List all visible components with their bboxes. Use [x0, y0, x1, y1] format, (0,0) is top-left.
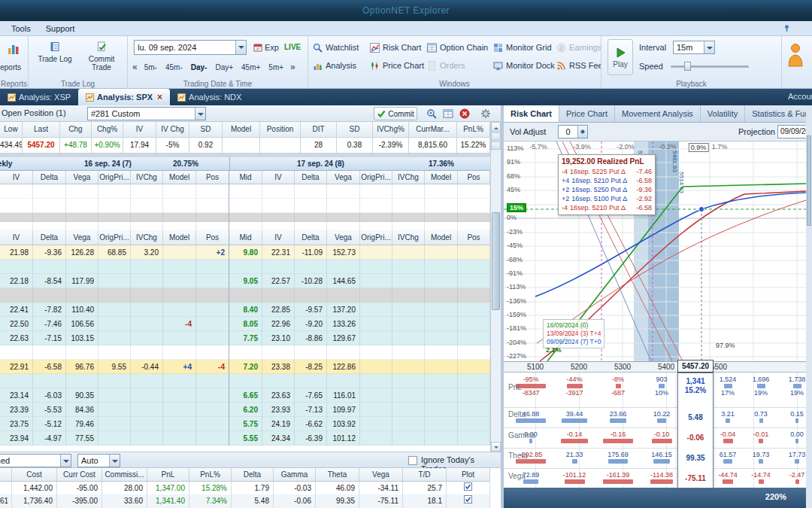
chain-cell[interactable]: 24.19	[262, 417, 295, 431]
chain-cell-mid[interactable]	[229, 345, 262, 360]
chain-cell[interactable]	[458, 431, 490, 446]
chain-cell[interactable]: 129.67	[327, 331, 360, 345]
chain-cell[interactable]: 22.41	[0, 303, 33, 317]
chain-cell[interactable]	[196, 331, 229, 345]
exp-button[interactable]: Exp	[250, 40, 283, 55]
user-profile-icon[interactable]	[786, 42, 804, 68]
chain-cell[interactable]	[425, 245, 458, 260]
chain-cell[interactable]	[360, 360, 392, 374]
chain-cell[interactable]: 22.91	[0, 360, 33, 374]
chain-cell[interactable]	[425, 184, 458, 199]
chain-cell[interactable]	[163, 345, 196, 360]
chain-cell[interactable]	[66, 345, 98, 360]
chain-cell[interactable]: -8.25	[295, 360, 327, 374]
chain-cell[interactable]	[98, 417, 131, 431]
chain-cell[interactable]: 152.73	[327, 245, 360, 260]
chain-cell[interactable]	[66, 260, 98, 274]
chain-cell[interactable]	[458, 303, 490, 317]
chain-cell[interactable]	[196, 222, 229, 231]
chain-cell[interactable]	[425, 303, 458, 317]
spinner-up-icon[interactable]	[578, 126, 587, 132]
chain-cell[interactable]	[458, 403, 490, 417]
chain-cell[interactable]	[392, 288, 425, 303]
chain-cell[interactable]	[131, 388, 163, 403]
chain-cell[interactable]	[98, 199, 131, 213]
chain-cell[interactable]	[98, 222, 131, 231]
chain-cell[interactable]	[131, 184, 163, 199]
rss-feed-button[interactable]: RSS Feed	[556, 59, 601, 72]
chain-cell[interactable]	[196, 303, 229, 317]
chain-cell[interactable]	[360, 199, 392, 213]
chain-cell[interactable]	[425, 403, 458, 417]
chain-row[interactable]: 22.63-7.15103.157.7523.10-8.86129.67	[0, 331, 490, 345]
current-price-marker[interactable]	[699, 207, 704, 212]
chain-cell-mid[interactable]: 6.65	[229, 388, 262, 403]
plot-checkbox[interactable]	[447, 494, 490, 508]
chain-cell[interactable]	[327, 345, 360, 360]
chain-cell[interactable]	[163, 431, 196, 446]
chain-cell[interactable]: 96.76	[66, 360, 98, 374]
chain-row[interactable]	[0, 213, 490, 222]
interval-select[interactable]: 15m	[673, 41, 715, 54]
chain-cell[interactable]: -7.65	[295, 388, 327, 403]
chain-cell[interactable]	[131, 417, 163, 431]
chain-cell[interactable]	[458, 417, 490, 431]
chain-cell[interactable]	[458, 274, 490, 288]
chain-cell[interactable]: 110.40	[66, 303, 98, 317]
chain-cell[interactable]	[360, 303, 392, 317]
spinner-buttons[interactable]	[577, 126, 587, 138]
chain-cell[interactable]: -4	[196, 360, 229, 374]
chain-cell[interactable]: 122.86	[327, 360, 360, 374]
risk-chart-button[interactable]: Risk Chart	[370, 41, 421, 54]
play-button[interactable]: Play	[607, 39, 633, 75]
trade-log-button[interactable]: Trade Log	[32, 41, 78, 73]
chain-cell[interactable]	[458, 213, 490, 222]
chain-cell[interactable]	[327, 222, 360, 231]
chain-cell[interactable]	[196, 260, 229, 274]
analysis-button[interactable]: Analysis	[313, 59, 356, 72]
chain-cell[interactable]	[360, 431, 392, 446]
chain-cell-mid[interactable]: 7.20	[229, 360, 262, 374]
chain-cell[interactable]: 22.85	[262, 303, 295, 317]
chain-cell[interactable]	[392, 245, 425, 260]
projection-date-input[interactable]: 09/09/2024	[777, 125, 806, 138]
chain-cell[interactable]	[392, 431, 425, 446]
chain-cell-mid[interactable]	[229, 184, 262, 199]
chain-cell[interactable]: -9.20	[295, 317, 327, 331]
chain-cell[interactable]: -6.03	[33, 388, 66, 403]
chain-cell[interactable]	[196, 374, 229, 388]
chain-cell[interactable]	[98, 374, 131, 388]
scrollbar-thumb[interactable]	[807, 135, 811, 226]
chain-cell[interactable]	[458, 245, 490, 260]
reports-icon[interactable]	[8, 43, 20, 55]
chain-cell[interactable]: -5.53	[33, 403, 66, 417]
monitor-grid-button[interactable]: Monitor Grid	[493, 41, 552, 54]
chain-cell[interactable]	[295, 260, 327, 274]
chain-cell[interactable]: -6.62	[295, 417, 327, 431]
chain-cell[interactable]	[196, 431, 229, 446]
chain-cell[interactable]: 109.97	[327, 403, 360, 417]
chain-cell[interactable]	[262, 374, 295, 388]
chain-cell[interactable]	[360, 184, 392, 199]
chain-cell[interactable]	[458, 317, 490, 331]
chain-cell[interactable]	[295, 213, 327, 222]
chain-cell[interactable]	[425, 374, 458, 388]
chain-cell[interactable]: 144.65	[327, 274, 360, 288]
scroll-split-button[interactable]	[491, 132, 501, 141]
chain-cell[interactable]	[392, 260, 425, 274]
chain-cell[interactable]	[98, 345, 131, 360]
expiration-band[interactable]: Weekly16 sep. 24 (7)20.75%17 sep. 24 (8)…	[0, 157, 490, 171]
chain-cell[interactable]	[0, 345, 33, 360]
chain-cell[interactable]: 84.36	[66, 403, 98, 417]
chain-cell[interactable]: 103.15	[66, 331, 98, 345]
tab-analysis-xsp[interactable]: Analysis: XSP	[0, 89, 78, 105]
chain-cell[interactable]	[458, 360, 490, 374]
chain-cell[interactable]	[360, 213, 392, 222]
chain-cell[interactable]	[392, 303, 425, 317]
chain-cell[interactable]: 22.50	[0, 317, 33, 331]
chain-cell-mid[interactable]	[229, 260, 262, 274]
nav-45m-minus[interactable]: 45m-	[162, 62, 186, 72]
chain-cell[interactable]	[360, 274, 392, 288]
chain-cell[interactable]	[163, 274, 196, 288]
chain-cell[interactable]	[131, 274, 163, 288]
